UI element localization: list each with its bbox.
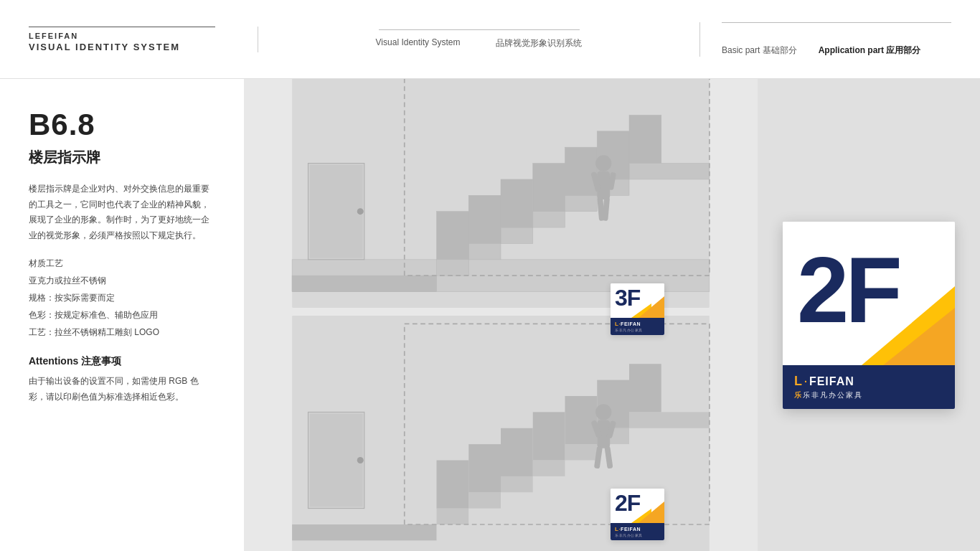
logo-feifan: FEIFAN: [809, 375, 854, 388]
sign-brand-block: L · FEIFAN 乐 乐非凡办公家具: [794, 374, 863, 400]
main-content: 3F L·FEIFAN 乐非凡办公家具 2F L·FEIFAN: [244, 79, 980, 551]
attention-description: 由于输出设备的设置不同，如需使用 RGB 色彩，请以印刷色值为标准选择相近色彩。: [29, 374, 215, 405]
svg-rect-38: [468, 444, 501, 492]
svg-rect-7: [533, 212, 565, 227]
size-spec: 规格：按实际需要而定: [29, 289, 215, 306]
svg-rect-12: [468, 195, 501, 243]
svg-rect-41: [565, 396, 598, 444]
color-spec: 色彩：按规定标准色、辅助色应用: [29, 306, 215, 324]
svg-rect-30: [437, 509, 469, 524]
section-title: 楼层指示牌: [29, 148, 215, 167]
svg-point-21: [595, 155, 611, 171]
svg-point-47: [595, 404, 611, 420]
material-value: 亚克力或拉丝不锈钢: [29, 272, 215, 289]
floor-sign-2f-logo: L·FEIFAN: [615, 526, 660, 532]
sidebar: B6.8 楼层指示牌 楼层指示牌是企业对内、对外交换信息的最重要的工具之一，它同…: [0, 79, 244, 551]
svg-rect-37: [437, 460, 469, 508]
sign-card-large: 2F L · FEIFAN 乐 乐非凡办公家具: [783, 222, 955, 409]
orange-triangle: [883, 308, 955, 365]
craft-spec: 工艺：拉丝不锈钢精工雕刻 LOGO: [29, 324, 215, 341]
brand-subtitle: VISUAL IDENTITY SYSTEM: [29, 42, 243, 52]
svg-rect-31: [468, 492, 501, 508]
floor-sign-3f: 3F L·FEIFAN 乐非凡办公家具: [611, 283, 664, 335]
svg-rect-14: [533, 164, 565, 212]
floor-sign-2f-lower: L·FEIFAN 乐非凡办公家具: [611, 523, 664, 540]
svg-rect-34: [565, 444, 598, 460]
svg-point-46: [357, 457, 364, 463]
sign-card-lower: L · FEIFAN 乐 乐非凡办公家具: [783, 365, 955, 409]
sign-logo-row2: 乐 乐非凡办公家具: [794, 390, 863, 400]
svg-rect-40: [533, 412, 565, 460]
svg-rect-17: [629, 115, 661, 163]
staircase-illustration: 3F L·FEIFAN 乐非凡办公家具 2F L·FEIFAN: [244, 79, 758, 551]
svg-rect-13: [501, 179, 533, 227]
svg-rect-15: [565, 147, 598, 195]
svg-rect-33: [533, 460, 565, 476]
floor-sign-3f-logo: L·FEIFAN: [615, 321, 660, 327]
attention-title: Attentions 注意事项: [29, 355, 215, 368]
svg-rect-6: [501, 227, 533, 243]
sign-card-upper: 2F: [783, 222, 955, 365]
svg-rect-32: [501, 476, 533, 492]
brand-divider: [29, 27, 215, 27]
svg-rect-39: [501, 428, 533, 476]
nav-brand-cn[interactable]: 品牌视觉形象识别系统: [496, 37, 582, 50]
svg-rect-45: [310, 414, 363, 507]
sign-logo-row: L · FEIFAN: [794, 374, 863, 389]
floor-sign-2f-small: 2F L·FEIFAN 乐非凡办公家具: [611, 489, 664, 540]
section-description: 楼层指示牌是企业对内、对外交换信息的最重要的工具之一，它同时也代表了企业的精神风…: [29, 182, 215, 243]
logo-le: 乐: [794, 390, 801, 400]
brand-name: LEFEIFAN: [29, 32, 243, 40]
svg-rect-5: [468, 243, 501, 259]
svg-rect-29: [292, 524, 436, 540]
svg-rect-19: [310, 165, 363, 258]
logo-cn-sub: 乐非凡办公家具: [803, 390, 863, 400]
svg-rect-11: [437, 212, 469, 260]
right-panel: 2F L · FEIFAN 乐 乐非凡办公家具: [758, 79, 980, 551]
header-nav: Visual Identity System 品牌视觉形象识别系统: [258, 29, 699, 50]
header-nav-right: Basic part 基础部分 Application part 应用部分: [699, 22, 951, 57]
floor-sign-3f-lower: L·FEIFAN 乐非凡办公家具: [611, 318, 664, 335]
nav-basic-part[interactable]: Basic part 基础部分: [722, 44, 797, 57]
svg-rect-36: [629, 412, 710, 428]
logo-dot: ·: [804, 376, 807, 387]
nav-application-part[interactable]: Application part 应用部分: [819, 44, 921, 57]
floor-sign-3f-upper: 3F: [611, 283, 664, 318]
header-brand: LEFEIFAN VISUAL IDENTITY SYSTEM: [29, 27, 258, 52]
svg-rect-8: [565, 195, 598, 211]
logo-l: L: [794, 374, 802, 389]
floor-sign-2f-upper: 2F: [611, 489, 664, 523]
svg-rect-3: [292, 276, 436, 291]
section-code: B6.8: [29, 108, 215, 142]
svg-rect-10: [629, 164, 710, 179]
svg-rect-4: [437, 260, 469, 276]
nav-vis-identity[interactable]: Visual Identity System: [376, 37, 461, 50]
page-header: LEFEIFAN VISUAL IDENTITY SYSTEM Visual I…: [0, 0, 980, 79]
material-label: 材质工艺: [29, 255, 215, 272]
svg-point-20: [357, 208, 364, 215]
svg-rect-43: [629, 364, 661, 412]
